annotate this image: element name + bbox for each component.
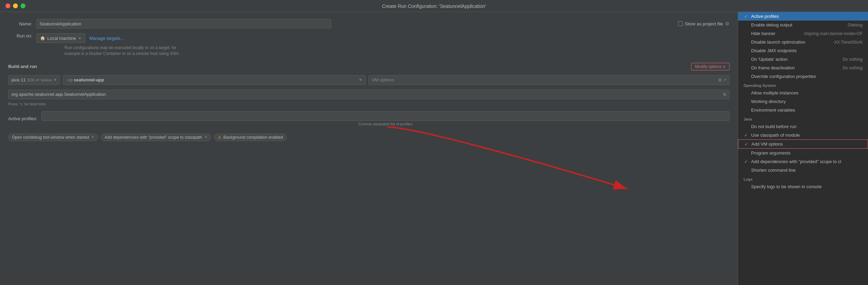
menu-item-add-vm-options[interactable]: ✓Add VM options xyxy=(738,139,868,149)
cp-label: -cp seatunnel-app xyxy=(67,77,104,82)
tag-provided-deps-label: Add dependencies with "provided" scope t… xyxy=(105,135,202,140)
run-on-row: 🏠 Local machine ▼ Manage targets... xyxy=(36,33,180,43)
build-row: java 11 SDK of 'seatun ▼ -cp seatunnel-a… xyxy=(8,75,730,85)
menu-item-add-deps[interactable]: ✓Add dependencies with "provided" scope … xyxy=(738,157,868,166)
run-hint: Run configurations may be executed local… xyxy=(64,45,180,57)
menu-label-override-config: Override configuration properties xyxy=(751,74,863,79)
menu-item-override-config[interactable]: Override configuration properties xyxy=(738,72,868,81)
window-title: Create Run Configuration: 'SeatunnelAppl… xyxy=(382,3,486,9)
menu-shortcut-on-update: Do nothing xyxy=(843,57,863,62)
active-profiles-row: Active profiles: Comma separated list of… xyxy=(8,111,730,126)
menu-item-env-vars[interactable]: Environment variables xyxy=(738,106,868,114)
name-input[interactable] xyxy=(36,19,331,28)
menu-label-on-frame: On frame deactivation xyxy=(751,65,840,70)
menu-label-env-vars: Environment variables xyxy=(751,107,863,113)
vm-input-icons: ⊞ ↗ xyxy=(718,78,726,82)
modify-options-button[interactable]: Modify options ∨ xyxy=(691,63,730,70)
menu-section-header-java-header: Java xyxy=(738,114,868,122)
left-panel: Name: Store as project file ⚙ Run on: 🏠 … xyxy=(0,12,738,285)
warn-icon: ⚠ xyxy=(218,135,221,140)
cp-dropdown-arrow: ▼ xyxy=(359,78,362,82)
classpath-dropdown[interactable]: -cp seatunnel-app ▼ xyxy=(63,75,366,85)
hint-line2: example in a Docker Container or on a re… xyxy=(64,51,180,56)
menu-label-disable-launch: Disable launch optimization xyxy=(751,39,830,45)
manage-targets-link[interactable]: Manage targets... xyxy=(89,36,124,41)
menu-label-enable-debug: Enable debug output xyxy=(751,22,844,27)
menu-item-active-profiles[interactable]: ✓Active profiles xyxy=(738,12,868,21)
maximize-button[interactable] xyxy=(21,3,25,8)
menu-item-use-classpath[interactable]: ✓Use classpath of module xyxy=(738,131,868,139)
menu-item-specify-logs[interactable]: Specify logs to be shown in console xyxy=(738,182,868,191)
tag-run-debug: Open run/debug tool window when started … xyxy=(8,134,98,141)
main-class-expand-icon[interactable]: ⊞ xyxy=(723,92,726,97)
main-content: Name: Store as project file ⚙ Run on: 🏠 … xyxy=(0,12,868,285)
external-icon[interactable]: ↗ xyxy=(723,78,726,82)
menu-item-on-frame[interactable]: On frame deactivationDo nothing xyxy=(738,64,868,72)
menu-label-allow-multiple: Allow multiple instances xyxy=(751,90,863,95)
menu-label-no-build: Do not build before run xyxy=(751,124,863,129)
menu-item-enable-debug[interactable]: Enable debug output-Ddebug xyxy=(738,21,868,29)
main-class-text: org.apache.seatunnel.app.SeatunnelApplic… xyxy=(11,92,106,97)
store-checkbox[interactable] xyxy=(678,21,683,26)
java-sdk-label: SDK of 'seatun xyxy=(27,78,52,82)
menu-item-allow-multiple[interactable]: Allow multiple instances xyxy=(738,89,868,97)
build-run-title: Build and run xyxy=(8,64,37,69)
field-hint: Press ⌥ for field hints xyxy=(8,102,730,106)
menu-item-shorten-cmdline[interactable]: Shorten command line xyxy=(738,166,868,174)
menu-item-disable-launch[interactable]: Disable launch optimization-XX:TieredSto… xyxy=(738,38,868,46)
gear-icon[interactable]: ⚙ xyxy=(725,21,730,26)
menu-label-program-args: Program arguments xyxy=(751,150,863,156)
menu-check-add-vm-options: ✓ xyxy=(744,142,749,147)
vm-options-field[interactable]: VM options ⊞ ↗ xyxy=(369,75,730,85)
menu-item-hide-banner[interactable]: Hide banner-Dspring.main.banner-mode=OF xyxy=(738,29,868,38)
tags-row: Open run/debug tool window when started … xyxy=(8,134,730,141)
menu-label-shorten-cmdline: Shorten command line xyxy=(751,168,863,173)
expand-icon[interactable]: ⊞ xyxy=(718,78,722,82)
tag-bg-compilation-label: Background compilation enabled xyxy=(224,135,283,140)
tag-run-debug-label: Open run/debug tool window when started xyxy=(12,135,89,140)
local-machine-text: Local machine xyxy=(47,36,76,41)
tag-bg-compilation: ⚠ Background compilation enabled xyxy=(214,134,287,141)
menu-shortcut-disable-launch: -XX:TieredStoAt xyxy=(833,40,863,45)
title-bar: Create Run Configuration: 'SeatunnelAppl… xyxy=(0,0,868,12)
menu-label-specify-logs: Specify logs to be shown in console xyxy=(751,184,863,189)
menu-shortcut-hide-banner: -Dspring.main.banner-mode=OF xyxy=(803,31,863,36)
tag-provided-deps: Add dependencies with "provided" scope t… xyxy=(101,134,211,141)
java-dropdown-arrow: ▼ xyxy=(53,78,57,82)
menu-item-on-update[interactable]: On 'Update' actionDo nothing xyxy=(738,55,868,64)
name-label: Name: xyxy=(8,21,32,26)
menu-label-add-deps: Add dependencies with "provided" scope t… xyxy=(751,159,863,164)
tag-run-debug-close[interactable]: ✕ xyxy=(91,135,94,139)
name-store-row: Name: Store as project file ⚙ xyxy=(8,19,730,28)
store-project-row: Store as project file ⚙ xyxy=(678,21,730,26)
menu-item-disable-jmx[interactable]: Disable JMX endpoints xyxy=(738,46,868,55)
dropdown-arrow-icon: ▼ xyxy=(78,36,82,40)
tag-provided-deps-close[interactable]: ✕ xyxy=(204,135,207,139)
name-section: Name: xyxy=(8,19,678,28)
build-run-header: Build and run Modify options ∨ xyxy=(8,63,730,70)
menu-item-no-build[interactable]: Do not build before run xyxy=(738,122,868,131)
menu-check-use-classpath: ✓ xyxy=(744,133,748,138)
vm-options-placeholder: VM options xyxy=(372,77,394,82)
home-icon: 🏠 xyxy=(40,36,45,41)
menu-item-working-dir[interactable]: Working directory xyxy=(738,97,868,106)
menu-section-header-os-header: Operating System xyxy=(738,81,868,89)
main-class-row: org.apache.seatunnel.app.SeatunnelApplic… xyxy=(8,90,730,99)
menu-label-disable-jmx: Disable JMX endpoints xyxy=(751,48,863,53)
menu-shortcut-enable-debug: -Ddebug xyxy=(847,23,863,27)
menu-label-add-vm-options: Add VM options xyxy=(751,141,862,147)
profiles-input[interactable] xyxy=(41,111,730,121)
local-machine-dropdown[interactable]: 🏠 Local machine ▼ xyxy=(36,33,85,43)
java-label: java 11 xyxy=(11,77,26,82)
close-button[interactable] xyxy=(5,3,10,8)
menu-item-program-args[interactable]: Program arguments xyxy=(738,149,868,157)
minimize-button[interactable] xyxy=(13,3,18,8)
menu-label-hide-banner: Hide banner xyxy=(751,31,800,36)
run-on-controls: 🏠 Local machine ▼ Manage targets... Run … xyxy=(36,33,180,57)
menu-label-active-profiles: Active profiles xyxy=(751,14,863,19)
java-version-dropdown[interactable]: java 11 SDK of 'seatun ▼ xyxy=(8,75,60,85)
menu-label-working-dir: Working directory xyxy=(751,99,863,104)
store-label: Store as project file xyxy=(685,21,723,26)
menu-section-header-logs-header: Logs xyxy=(738,174,868,182)
menu-label-use-classpath: Use classpath of module xyxy=(751,133,863,138)
